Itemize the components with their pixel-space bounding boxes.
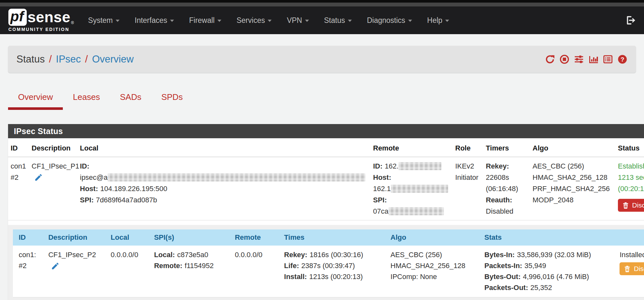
cell-id: con1 #2 — [8, 157, 29, 220]
trash-icon — [624, 265, 631, 272]
col-header-id: ID — [8, 138, 29, 157]
child-col-header-local: Local — [108, 229, 152, 246]
child-col-header-algo: Algo — [388, 229, 482, 246]
child-sa-table: ID Description Local SPI(s) Remote Times… — [13, 229, 644, 297]
breadcrumb-section: Status — [16, 53, 45, 65]
col-header-remote: Remote — [370, 138, 453, 157]
breadcrumb-link-ipsec[interactable]: IPsec — [56, 53, 81, 65]
cell-local: ID: ipsec@a Host:104.189.226.195:500 SPI… — [77, 157, 370, 220]
nav-item-services[interactable]: Services — [236, 16, 272, 25]
tab-spds[interactable]: SPDs — [151, 92, 193, 110]
logo-pf-box: pf — [8, 9, 27, 25]
col-header-description: Description — [29, 138, 77, 157]
nav-item-firewall[interactable]: Firewall — [189, 16, 221, 25]
col-header-role: Role — [453, 138, 483, 157]
stop-icon[interactable] — [559, 54, 570, 64]
chevron-down-icon — [217, 20, 221, 22]
browser-top-strip — [0, 0, 644, 3]
child-sa-section: ID Description Local SPI(s) Remote Times… — [8, 220, 644, 300]
nav-item-label: Diagnostics — [367, 16, 405, 25]
chevron-down-icon — [116, 20, 120, 22]
chart-bar-icon[interactable] — [588, 54, 599, 64]
redacted-text — [108, 173, 365, 181]
nav-item-interfaces[interactable]: Interfaces — [135, 16, 174, 25]
help-icon[interactable]: ? — [617, 54, 628, 64]
pfsense-logo[interactable]: pf sense ® COMMUNITY EDITION — [8, 9, 74, 32]
col-header-local: Local — [77, 138, 370, 157]
panel-title: IPsec Status — [8, 124, 644, 138]
main-navbar: pf sense ® COMMUNITY EDITION System Inte… — [0, 6, 644, 34]
logo-registered-mark: ® — [71, 21, 74, 25]
redacted-text — [391, 185, 448, 193]
breadcrumb-separator: / — [85, 53, 88, 65]
logo-sense-text: sense — [28, 10, 71, 24]
list-icon[interactable] — [603, 54, 613, 64]
cell-child-id: con1: #2 — [13, 246, 46, 297]
nav-item-status[interactable]: Status — [324, 16, 352, 25]
nav-item-system[interactable]: System — [88, 16, 120, 25]
cell-timers: Rekey: 22608s (06:16:48) Reauth: Disable… — [483, 157, 530, 220]
svg-text:?: ? — [620, 56, 624, 63]
chevron-down-icon — [408, 20, 412, 22]
chevron-down-icon — [445, 20, 449, 22]
tab-sads[interactable]: SADs — [110, 92, 151, 110]
cell-child-remote: 0.0.0.0/0 — [232, 246, 282, 297]
breadcrumb-bar: Status/IPsec/Overview — [8, 46, 636, 73]
cell-child-algo: AES_CBC (256) HMAC_SHA2_256_128 IPComp: … — [388, 246, 482, 297]
cell-remote: ID:162. Host: 162.1 SPI: 07ca — [370, 157, 453, 220]
child-col-header-id: ID — [13, 229, 46, 246]
sign-out-icon[interactable] — [625, 15, 636, 25]
logo-edition-text: COMMUNITY EDITION — [8, 27, 74, 32]
nav-item-label: Firewall — [189, 16, 215, 25]
cell-child-status: Installed Disconnect — [617, 246, 644, 297]
nav-item-diagnostics[interactable]: Diagnostics — [367, 16, 412, 25]
tab-overview[interactable]: Overview — [8, 92, 63, 110]
cell-description: CF1_IPsec_P1 — [29, 157, 77, 220]
cell-role: IKEv2 Initiator — [453, 157, 483, 220]
child-col-header-spis: SPI(s) — [151, 229, 232, 246]
chevron-down-icon — [348, 20, 352, 22]
nav-item-vpn[interactable]: VPN — [287, 16, 309, 25]
cell-child-stats: Bytes-In:33,586,939 (32.03 MiB) Packets-… — [482, 246, 617, 297]
ipsec-tabs: Overview Leases SADs SPDs — [8, 92, 636, 110]
nav-item-help[interactable]: Help — [427, 16, 449, 25]
cell-status: Established 1213 seconds (00:20:13) Disc… — [615, 157, 644, 220]
edit-pencil-icon[interactable] — [51, 262, 60, 274]
col-header-algo: Algo — [530, 138, 615, 157]
nav-item-label: Status — [324, 16, 345, 25]
redacted-text — [389, 207, 444, 215]
page-action-icons: ? — [545, 54, 628, 64]
edit-pencil-icon[interactable] — [34, 173, 43, 185]
cell-child-description: CF1_IPsec_P2 — [46, 246, 108, 297]
sa-table-header-row: ID Description Local Remote Role Timers … — [8, 138, 644, 157]
nav-item-label: VPN — [287, 16, 302, 25]
tab-leases[interactable]: Leases — [63, 92, 110, 110]
cell-child-times: Rekey:1816s (00:30:16) Life:2387s (00:39… — [282, 246, 388, 297]
breadcrumb-separator: / — [49, 53, 52, 65]
nav-menu: System Interfaces Firewall Services VPN … — [88, 16, 464, 25]
cell-child-spis: Local:c873e5a0 Remote:f1154952 — [151, 246, 232, 297]
status-established: Established — [618, 160, 644, 172]
child-col-header-times: Times — [282, 229, 388, 246]
child-col-header-description: Description — [46, 229, 108, 246]
child-col-header-stats: Stats — [482, 229, 617, 246]
window-top-strip — [0, 3, 644, 6]
child-col-header-status — [617, 229, 644, 246]
disconnect-button[interactable]: Disconnect — [618, 199, 644, 212]
child-table-header-row: ID Description Local SPI(s) Remote Times… — [13, 229, 644, 246]
cell-child-local: 0.0.0.0/0 — [108, 246, 152, 297]
child-disconnect-button[interactable]: Disconnect — [620, 262, 644, 275]
ipsec-status-panel: IPsec Status ID Description Local Remote… — [8, 124, 644, 300]
breadcrumb-link-overview[interactable]: Overview — [92, 53, 134, 65]
nav-item-label: Interfaces — [135, 16, 167, 25]
nav-item-label: Services — [236, 16, 265, 25]
refresh-icon[interactable] — [545, 54, 555, 64]
trash-icon — [622, 202, 629, 209]
child-table-row: con1: #2 CF1_IPsec_P2 0.0.0.0/0 Local — [13, 246, 644, 297]
chevron-down-icon — [170, 20, 174, 22]
sliders-icon[interactable] — [574, 54, 584, 64]
redacted-text — [399, 162, 441, 170]
col-header-timers: Timers — [483, 138, 530, 157]
sa-table-row: con1 #2 CF1_IPsec_P1 ID: ipsec@a Host:10… — [8, 157, 644, 220]
col-header-status: Status — [615, 138, 644, 157]
